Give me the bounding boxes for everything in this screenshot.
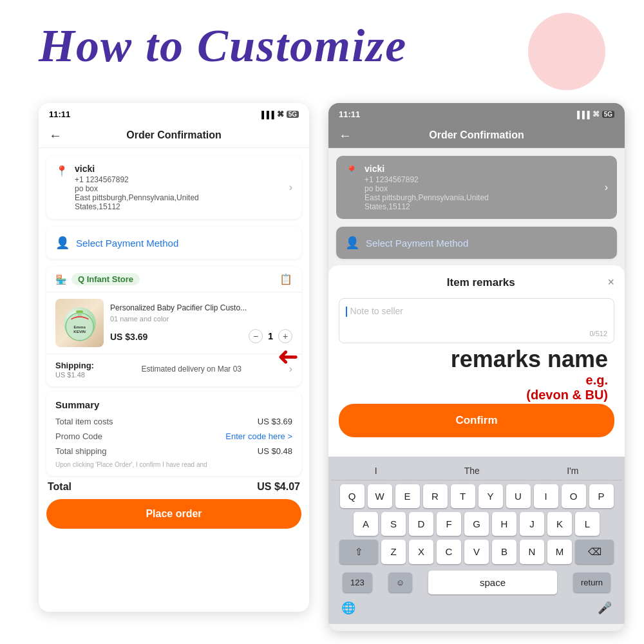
network-badge: 5G	[287, 111, 299, 118]
key-p[interactable]: P	[589, 484, 614, 508]
suggestion-the[interactable]: The	[464, 466, 480, 476]
quantity-value: 1	[268, 331, 273, 341]
right-nav-header: ← Order Confirmation	[328, 123, 625, 148]
annotation-eg: e.g. (devon & BU)	[526, 373, 608, 402]
right-address-line1: po box	[365, 184, 605, 193]
summary-shipping-value: US $0.48	[258, 446, 292, 456]
summary-disclaimer: Upon clicking 'Place Order', I confirm I…	[55, 461, 292, 468]
key-d[interactable]: D	[409, 512, 433, 536]
key-r[interactable]: R	[423, 484, 448, 508]
quantity-decrease-button[interactable]: −	[249, 329, 263, 343]
ornament-decoration: Emma KEVIN	[64, 307, 96, 339]
confirm-button[interactable]: Confirm	[339, 404, 614, 437]
wifi-icon: ⌘	[277, 110, 284, 118]
left-store-section: 🏪 Q Infant Store 📋 Emma KEVIN	[46, 267, 301, 386]
key-z[interactable]: Z	[381, 540, 406, 564]
left-payment-label: Select Payment Method	[76, 238, 178, 249]
store-note-icon[interactable]: 📋	[279, 273, 292, 285]
signal-icon: ▐▐▐	[259, 111, 274, 118]
total-bar: Total US $4.07	[46, 481, 301, 493]
key-a[interactable]: A	[354, 512, 378, 536]
space-key[interactable]: space	[428, 571, 557, 594]
svg-text:KEVIN: KEVIN	[73, 329, 86, 334]
left-payment-row[interactable]: 👤 Select Payment Method	[46, 227, 301, 259]
key-c[interactable]: C	[437, 540, 461, 564]
annotation-area: remarks name e.g. (devon & BU)	[339, 346, 614, 397]
remarks-close-button[interactable]: ×	[607, 276, 614, 289]
key-q[interactable]: Q	[340, 484, 365, 508]
shipping-info: Shipping: US $1.48	[55, 359, 94, 379]
product-variant: 01 name and color	[110, 315, 292, 323]
key-y[interactable]: Y	[478, 484, 503, 508]
summary-promo-value[interactable]: Enter code here >	[225, 431, 292, 441]
keyboard: I The I'm Q W E R T Y U I O P A S D F G …	[328, 457, 625, 624]
key-k[interactable]: K	[547, 512, 572, 536]
note-placeholder: Note to seller	[350, 306, 402, 316]
shipping-flex: Shipping: US $1.48 Estimated delivery on…	[55, 359, 292, 379]
key-l[interactable]: L	[575, 512, 600, 536]
right-address-content: vicki +1 1234567892 po box East pittsbur…	[365, 164, 605, 211]
right-back-button[interactable]: ←	[339, 128, 352, 143]
delete-key[interactable]: ⌫	[575, 540, 614, 564]
key-i[interactable]: I	[534, 484, 558, 508]
place-order-button[interactable]: Place order	[46, 499, 301, 529]
summary-promo-row[interactable]: Promo Code Enter code here >	[55, 431, 292, 441]
shift-key[interactable]: ⇧	[339, 540, 378, 564]
key-m[interactable]: M	[547, 540, 572, 564]
key-s[interactable]: S	[381, 512, 406, 536]
key-e[interactable]: E	[395, 484, 420, 508]
keyboard-row-2: A S D F G H J K L	[331, 512, 622, 536]
shipping-delivery: Estimated delivery on Mar 03	[142, 365, 242, 374]
key-f[interactable]: F	[437, 512, 461, 536]
key-n[interactable]: N	[520, 540, 544, 564]
total-label: Total	[48, 481, 71, 493]
summary-item-costs-row: Total item costs US $3.69	[55, 417, 292, 426]
right-phone-screenshot: 11:11 ▐▐▐ ⌘ 5G ← Order Confirmation 📍 vi…	[328, 103, 625, 631]
key-h[interactable]: H	[492, 512, 516, 536]
left-address-card[interactable]: 📍 vicki +1 1234567892 po box East pittsb…	[46, 156, 301, 219]
right-address-card[interactable]: 📍 vicki +1 1234567892 po box East pittsb…	[336, 156, 617, 219]
suggestion-i[interactable]: I	[375, 466, 377, 476]
key-o[interactable]: O	[562, 484, 586, 508]
summary-item-costs-label: Total item costs	[55, 417, 113, 426]
shipping-cost: US $1.48	[55, 371, 94, 379]
left-time: 11:11	[49, 109, 70, 119]
right-payment-icon: 👤	[345, 236, 359, 250]
right-payment-row[interactable]: 👤 Select Payment Method	[336, 227, 617, 259]
key-u[interactable]: U	[506, 484, 531, 508]
cursor-indicator	[346, 307, 347, 317]
right-wifi-icon: ⌘	[592, 110, 600, 118]
shipping-label: Shipping:	[55, 361, 94, 370]
remarks-modal-title: Item remarks	[354, 276, 607, 289]
left-address-line2: East pittsburgh,Pennsylvania,United	[75, 193, 289, 202]
note-input-wrapper[interactable]: Note to seller 0/512	[339, 298, 614, 343]
left-back-button[interactable]: ←	[49, 128, 62, 143]
key-t[interactable]: T	[451, 484, 475, 508]
key-b[interactable]: B	[492, 540, 516, 564]
right-address-chevron-icon: ›	[605, 182, 608, 193]
right-address-name: vicki	[365, 164, 605, 174]
product-price: US $3.69	[110, 332, 147, 342]
mic-key[interactable]: 🎤	[598, 601, 612, 615]
store-name-badge: Q Infant Store	[71, 273, 140, 285]
product-row: Emma KEVIN Personalized Baby Pacifier Cl…	[46, 292, 301, 354]
payment-icon: 👤	[55, 236, 70, 250]
summary-shipping-row: Total shipping US $0.48	[55, 446, 292, 456]
keyboard-row-3: ⇧ Z X C V B N M ⌫	[331, 540, 622, 564]
right-status-bar: 11:11 ▐▐▐ ⌘ 5G	[328, 103, 625, 123]
svg-text:Emma: Emma	[73, 325, 86, 329]
product-title: Personalized Baby Pacifier Clip Custo...	[110, 303, 292, 314]
arrow-annotation: ➜	[277, 341, 299, 371]
key-w[interactable]: W	[368, 484, 392, 508]
key-g[interactable]: G	[464, 512, 489, 536]
suggestion-im[interactable]: I'm	[567, 466, 578, 476]
emoji-key[interactable]: ☺	[388, 573, 412, 592]
key-v[interactable]: V	[464, 540, 489, 564]
product-image: Emma KEVIN	[55, 299, 104, 347]
key-j[interactable]: J	[520, 512, 544, 536]
globe-key[interactable]: 🌐	[341, 601, 355, 615]
right-location-icon: 📍	[345, 165, 358, 177]
key-x[interactable]: X	[409, 540, 433, 564]
numbers-key[interactable]: 123	[343, 573, 372, 592]
return-key[interactable]: return	[573, 573, 611, 592]
